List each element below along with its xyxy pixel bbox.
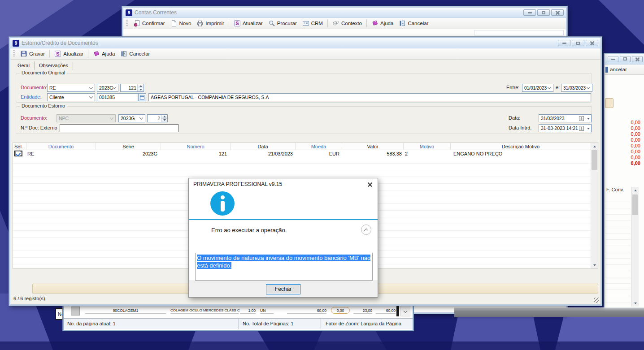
report-status-page: No. da página atual: 1 (67, 321, 116, 326)
checked-checkbox-icon (15, 151, 20, 156)
scroll-down-button[interactable] (632, 300, 639, 307)
novo-button[interactable]: Novo (167, 19, 194, 28)
toolbar-grip[interactable] (13, 50, 15, 58)
cancelar-button[interactable]: Cancelar (117, 49, 152, 58)
right-window-content: 0,00 0,00 0,00 0,00 0,00 0,00 0,00 0,00 … (605, 75, 644, 309)
confirmar-button[interactable]: Confirmar (131, 19, 167, 28)
grid-data-row[interactable]: RE 2023G 121 21/03/2023 EUR 583,38 2 ENG… (13, 150, 591, 157)
col-header-valor[interactable]: Valor (342, 143, 404, 150)
tab-geral[interactable]: Geral (13, 61, 35, 70)
collapse-details-button[interactable] (361, 225, 371, 235)
serie-combo[interactable]: 2023G (97, 84, 118, 92)
tab-observacoes[interactable]: Observações (35, 61, 73, 70)
entidade-tipo-combo[interactable]: Cliente (47, 93, 95, 101)
scroll-thumb[interactable] (592, 150, 597, 170)
spinner-up-button[interactable] (138, 84, 144, 88)
col-header-documento[interactable]: Documento (26, 143, 96, 150)
doc-externo-input[interactable] (60, 124, 178, 132)
col-header-data[interactable]: Data (231, 143, 296, 150)
scroll-up-button[interactable] (591, 143, 598, 150)
report-cell-total[interactable]: 60,00 (376, 307, 396, 314)
resize-grip[interactable] (594, 298, 599, 303)
chevron-down-icon (89, 95, 93, 99)
contexto-button[interactable]: Contexto (330, 19, 365, 28)
maximize-button[interactable] (537, 9, 550, 16)
close-button[interactable] (586, 40, 598, 46)
exit-door-icon (120, 50, 127, 57)
entidade-codigo-input[interactable]: 001385 (97, 93, 138, 101)
right-window-scrollbar[interactable] (631, 187, 639, 307)
grid-scrollbar[interactable] (591, 143, 598, 268)
report-cell-quantidade[interactable]: 1,00 (240, 307, 256, 314)
cancelar-button[interactable]: Cancelar (396, 19, 431, 28)
contas-titlebar[interactable]: 9 Contas Correntes (123, 8, 566, 18)
dropdown-arrow-icon (587, 128, 590, 130)
dropdown-arrow-icon (587, 118, 590, 120)
data-ate-combo[interactable]: 31/03/2023 (561, 84, 592, 92)
chevron-down-icon (587, 86, 590, 89)
scroll-up-button[interactable] (632, 187, 639, 194)
doc-tipo-combo[interactable]: RE (47, 84, 95, 92)
toolbar-grip[interactable] (126, 20, 128, 27)
report-scroll-down-button[interactable] (400, 306, 410, 316)
ajuda-button[interactable]: Ajuda (90, 49, 117, 58)
estorno-statusbar-text: 6 / 6 registo(s). (13, 296, 46, 301)
scroll-thumb[interactable] (632, 194, 638, 215)
report-cell-desconto[interactable]: 0,00 (331, 307, 350, 314)
col-header-serie[interactable]: Série (96, 143, 161, 150)
row-checkbox[interactable] (14, 151, 22, 156)
imprimir-button[interactable]: Imprimir (194, 19, 227, 28)
gravar-button[interactable]: Gravar (17, 49, 48, 58)
col-header-descricao[interactable]: Descrição Motivo (451, 143, 591, 150)
group-legend: Documento Original (20, 70, 67, 75)
data-de-combo[interactable]: 01/01/2023 (522, 84, 553, 92)
procurar-button[interactable]: Procurar (265, 19, 300, 28)
crm-button[interactable]: CRM (300, 19, 326, 28)
col-header-motivo[interactable]: Motivo (404, 143, 451, 150)
col-header-sel[interactable]: Sel. (13, 143, 26, 150)
close-button[interactable] (632, 56, 643, 62)
minimize-button[interactable] (608, 56, 618, 62)
report-cell-descricao[interactable]: COLAGEM OCULO MERCEDES CLASS C (170, 307, 239, 314)
scroll-down-button[interactable] (591, 262, 598, 268)
fechar-button[interactable]: Fechar (266, 284, 300, 294)
numero-spinner[interactable]: 2 (147, 114, 168, 122)
minimize-button[interactable] (558, 40, 570, 46)
data-intrd-datepicker[interactable]: 31-03-2023 14:21 (539, 124, 592, 132)
atualizar-button[interactable]: S Atualizar (52, 49, 86, 58)
ajuda-button[interactable]: Ajuda (369, 19, 396, 28)
cell-data: 21/03/2023 (231, 150, 296, 157)
cancelar-button-partial[interactable]: ancelar (610, 67, 627, 72)
report-row-header-cell[interactable] (71, 307, 80, 315)
e-label: e: (556, 85, 560, 90)
dialog-titlebar[interactable]: PRIMAVERA PROFESSIONAL v9.15 (189, 178, 378, 190)
atualizar-button[interactable]: S Atualizar (231, 19, 265, 28)
maximize-button[interactable] (572, 40, 584, 46)
report-cell-preco[interactable]: 60,00 (287, 307, 326, 314)
col-header-moeda[interactable]: Moeda (296, 143, 342, 150)
conv-column-header[interactable]: F. Conv. (606, 187, 624, 192)
serie-combo[interactable]: 2023G (118, 114, 145, 122)
contas-window-title: Contas Correntes (135, 9, 177, 16)
col-header-numero[interactable]: Número (161, 143, 231, 150)
report-cell-unidade[interactable]: UN (260, 307, 274, 314)
dialog-detail-textbox[interactable]: O movimento de natureza inversa do movim… (195, 253, 373, 281)
dialog-close-icon[interactable] (366, 181, 374, 189)
minimize-button[interactable] (523, 9, 536, 16)
estorno-titlebar[interactable]: 9 Estorno/Crédito de Documentos (10, 38, 600, 48)
toolbar-separator (366, 19, 367, 27)
numero-spinner[interactable]: 121 (120, 84, 144, 92)
spinner-up-button[interactable] (161, 115, 167, 119)
spinner-down-button[interactable] (161, 119, 167, 122)
data-datepicker[interactable]: 31/03/2023 (539, 114, 592, 122)
cell-motivo: 2 (404, 150, 451, 157)
value-row: 0,00 (614, 125, 640, 131)
maximize-button[interactable] (620, 56, 631, 62)
report-cell-iva[interactable]: 23,00 (353, 307, 372, 314)
value-row: 0,00 (614, 143, 640, 149)
close-button[interactable] (551, 9, 564, 16)
entidade-lookup-button[interactable] (138, 93, 146, 101)
right-window-titlebar[interactable] (605, 54, 644, 65)
spinner-down-button[interactable] (138, 88, 144, 92)
report-cell-artigo[interactable]: 90COLAGEM1 (85, 307, 166, 314)
